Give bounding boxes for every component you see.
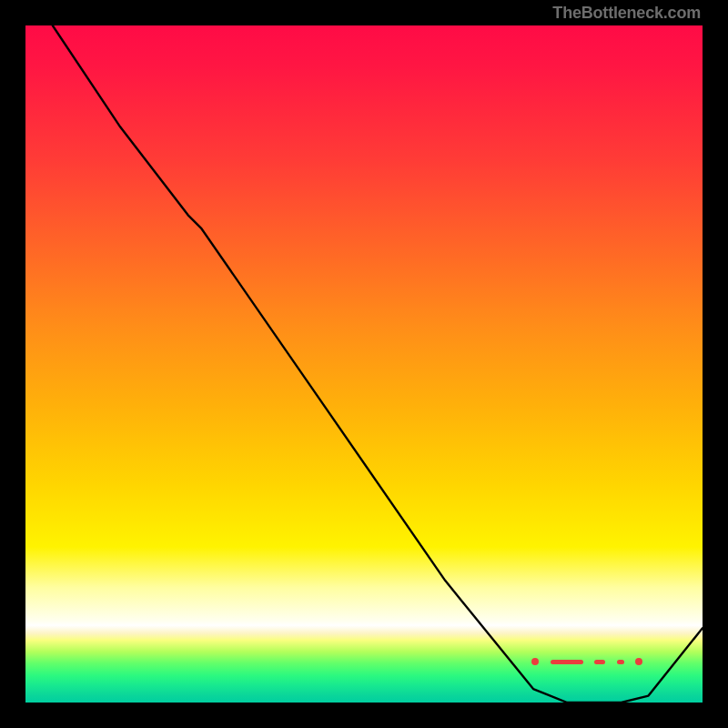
marker-region <box>531 657 642 666</box>
plot-area <box>25 25 703 703</box>
marker-dash-icon <box>594 660 605 664</box>
chart-container: TheBottleneck.com <box>0 0 728 728</box>
marker-dot-icon <box>635 658 642 665</box>
marker-dot-icon <box>531 658 539 665</box>
marker-dash-icon <box>551 660 583 664</box>
attribution-text: TheBottleneck.com <box>552 4 701 23</box>
optimal-range-markers <box>25 25 703 703</box>
marker-dash-icon <box>617 660 624 664</box>
